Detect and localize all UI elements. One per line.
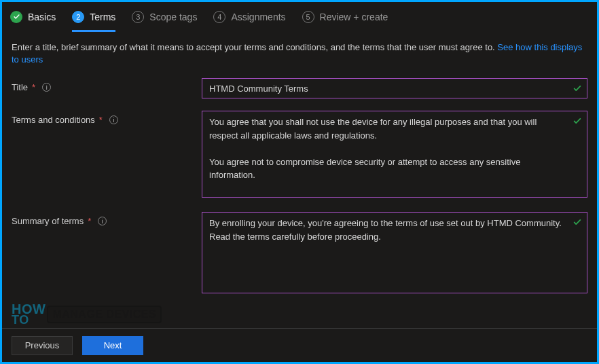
intro-text: Enter a title, brief summary of what it …	[12, 41, 587, 66]
tab-review-create[interactable]: 5 Review + create	[302, 6, 388, 32]
step-number-icon: 2	[72, 11, 84, 23]
watermark-brand: MANAGE DEVICES	[47, 306, 162, 323]
tab-label: Scope tags	[149, 12, 197, 22]
tab-scope-tags[interactable]: 3 Scope tags	[132, 6, 197, 32]
step-number-icon: 4	[213, 11, 225, 23]
wizard-tabs: Basics 2 Terms 3 Scope tags 4 Assignment…	[2, 2, 597, 32]
wizard-content: Enter a title, brief summary of what it …	[2, 32, 597, 328]
next-button[interactable]: Next	[82, 336, 143, 355]
label-title: Title * i	[12, 78, 202, 92]
info-icon[interactable]: i	[109, 115, 118, 124]
required-asterisk-icon: *	[32, 82, 35, 92]
previous-button[interactable]: Previous	[12, 336, 73, 355]
check-circle-icon	[10, 11, 22, 23]
field-terms	[202, 111, 587, 200]
required-asterisk-icon: *	[88, 216, 91, 226]
tab-assignments[interactable]: 4 Assignments	[213, 6, 285, 32]
tab-label: Terms	[90, 12, 115, 22]
label-text: Terms and conditions	[12, 115, 95, 125]
row-terms: Terms and conditions * i	[12, 111, 587, 200]
tab-label: Review + create	[320, 12, 388, 22]
label-text: Title	[12, 82, 28, 92]
info-icon[interactable]: i	[98, 217, 107, 225]
row-summary: Summary of terms * i	[12, 212, 587, 295]
field-summary	[202, 212, 587, 295]
tab-label: Assignments	[231, 12, 285, 22]
step-number-icon: 5	[302, 11, 314, 23]
watermark-howto: HOW TO	[12, 304, 46, 325]
step-number-icon: 3	[132, 11, 144, 23]
field-title	[202, 78, 587, 98]
tab-label: Basics	[28, 12, 56, 22]
wizard-footer: Previous Next	[2, 328, 597, 362]
row-title: Title * i	[12, 78, 587, 98]
info-icon[interactable]: i	[42, 83, 51, 92]
wizard-panel: Basics 2 Terms 3 Scope tags 4 Assignment…	[2, 2, 597, 362]
summary-textarea[interactable]	[202, 212, 587, 293]
label-summary: Summary of terms * i	[12, 212, 202, 226]
watermark: HOW TO MANAGE DEVICES	[12, 304, 162, 325]
terms-textarea[interactable]	[202, 111, 587, 198]
required-asterisk-icon: *	[99, 115, 103, 125]
tab-terms[interactable]: 2 Terms	[72, 6, 115, 32]
watermark-to: TO	[12, 314, 46, 325]
label-terms: Terms and conditions * i	[12, 111, 202, 125]
tab-basics[interactable]: Basics	[10, 6, 56, 32]
label-text: Summary of terms	[12, 216, 84, 226]
intro-plain: Enter a title, brief summary of what it …	[12, 42, 497, 52]
title-input[interactable]	[202, 78, 587, 98]
